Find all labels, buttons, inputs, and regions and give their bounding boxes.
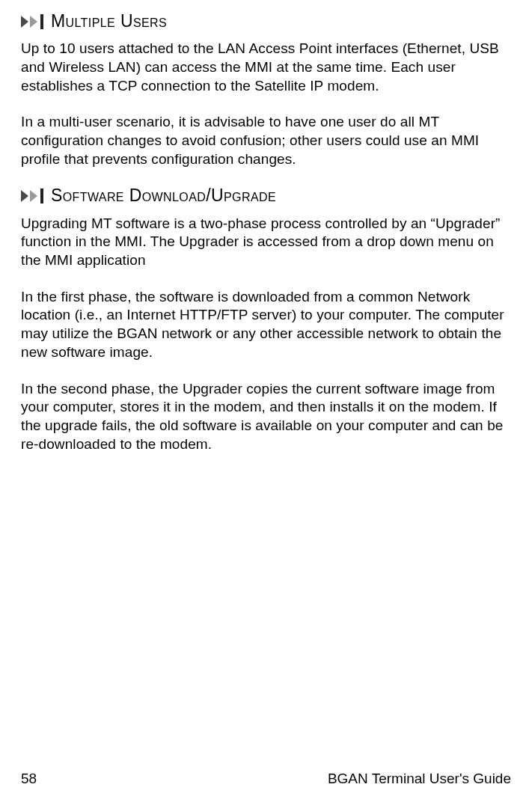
double-arrow-bar-icon — [21, 187, 46, 205]
page-number: 58 — [21, 771, 37, 787]
svg-rect-5 — [40, 189, 43, 203]
svg-rect-2 — [40, 14, 43, 29]
body-paragraph: Up to 10 users attached to the LAN Acces… — [21, 40, 511, 95]
body-paragraph: Upgrading MT software is a two-phase pro… — [21, 215, 511, 270]
body-paragraph: In the second phase, the Upgrader copies… — [21, 380, 511, 454]
section-heading-software-download: Software Download/Upgrade — [21, 186, 511, 205]
svg-marker-3 — [21, 190, 28, 202]
heading-text: Multiple Users — [51, 12, 167, 31]
svg-marker-1 — [30, 16, 37, 28]
body-paragraph: In the first phase, the software is down… — [21, 288, 511, 362]
page-footer: 58 BGAN Terminal User's Guide — [21, 771, 511, 787]
svg-marker-0 — [21, 16, 28, 28]
heading-text: Software Download/Upgrade — [51, 186, 276, 205]
body-paragraph: In a multi-user scenario, it is advisabl… — [21, 113, 511, 168]
section-heading-multiple-users: Multiple Users — [21, 12, 511, 31]
double-arrow-bar-icon — [21, 13, 46, 31]
footer-title: BGAN Terminal User's Guide — [328, 771, 511, 787]
svg-marker-4 — [30, 190, 37, 202]
